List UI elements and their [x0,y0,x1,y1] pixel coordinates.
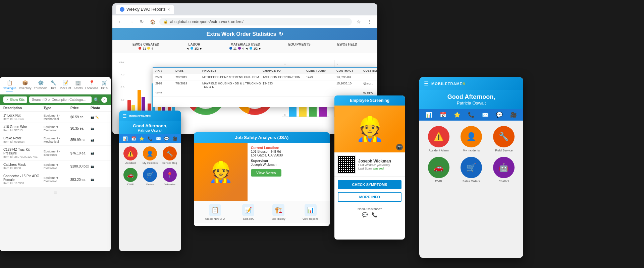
tab-label: Weekly EWO Reports [126,7,165,12]
chat-nav-icon[interactable]: 💬 [164,136,169,141]
search-button[interactable]: 🔍 [94,97,99,103]
item-id: Item Id: 001tran [3,140,44,143]
nav-pos[interactable]: 🛒 PO's [101,80,108,91]
chart-nav-large-icon[interactable]: 📊 [426,112,432,118]
app-deliveries-small[interactable]: 📍 Deliveries [162,168,178,186]
phone-assist-icon[interactable]: 📞 [372,212,377,217]
refresh-icon[interactable]: ↻ [279,31,283,37]
dot-darkblue [229,47,232,50]
jsa-view-reports[interactable]: 📊 View Reports [303,204,318,220]
app-dvir-small[interactable]: 🚗 DVIR [122,168,139,186]
phone-nav-large-icon[interactable]: 📞 [468,112,475,118]
table-row[interactable]: 2928 7/9/2019 MAYFIELD HOUSING - DD & L … [153,80,377,90]
cell-email: @srg... [363,82,377,88]
list-item[interactable]: Connector - 15 Pin ADO FemaleItem Id: 11… [0,172,111,187]
menu-icon: ≡ [54,190,57,196]
jsa-site-history[interactable]: 🏗️ Site History [272,204,285,220]
item-type: Equipment - Electronic [44,163,70,170]
nav-locations[interactable]: 📍 Locations [85,80,98,91]
nav-assets[interactable]: 🏢 Assets [73,80,83,91]
reload-button[interactable]: ↻ [138,18,146,26]
mf-large-nav: 📊 📅 ⭐ 📞 ✉️ 💬 🎥 [419,109,523,121]
hamburger-icon[interactable]: ☰ [122,113,127,119]
stat-ewos-held: EWOs HELD [337,43,357,50]
app-dvir-large[interactable]: 🚗 DVIR [425,157,452,183]
table-row[interactable]: 2599 7/9/2019 MERCEDES BENZ STEVENS CRK-… [153,74,377,80]
chat-assist-icon[interactable]: 💬 [362,212,368,217]
clear-search-button[interactable]: ✕ [101,97,107,103]
chart-nav-icon[interactable]: 📊 [123,136,128,141]
nav-inventory[interactable]: 📦 Inventory [19,80,31,91]
item-photo-button[interactable]: 📷 [91,178,107,181]
star-nav-icon[interactable]: ⭐ [139,136,144,141]
forward-button[interactable]: → [127,18,135,26]
picklist-icon: 📝 [62,80,69,86]
sales-orders-label: Sales Orders [463,180,480,183]
es-camera-icon[interactable]: 📷 [396,144,403,150]
dot-blue2 [250,47,252,50]
view-reports-icon: 📊 [305,204,317,216]
email-nav-large-icon[interactable]: ✉️ [482,112,489,118]
phone-nav-icon[interactable]: 📞 [148,136,153,141]
app-incidents-small[interactable]: 👤 My Incidents [142,146,158,164]
list-item[interactable]: C12974Z Trac-Kit-PressureItem Id: 350730… [0,146,111,161]
app-sales-orders[interactable]: 🛒 Sales Orders [457,157,485,183]
mobile-right: ☰ MOBILEFRAME® Good Afternoon, Patricia … [419,77,523,258]
hamburger-large-icon[interactable]: ☰ [424,80,429,87]
nav-threshold[interactable]: ⚙️ Threshold [34,80,47,91]
list-item[interactable]: Catchers MaskItem Id: 8888 Equipment - E… [0,161,111,172]
edit-jha-label: Edit JHA [243,217,254,220]
show-kits-button[interactable]: ✓ Show Kits [3,96,27,103]
video-nav-large-icon[interactable]: 🎥 [510,112,517,118]
more-info-button[interactable]: MORE INFO [338,192,401,202]
stat-label-4: EQUIPMENTS [288,43,310,46]
nav-picklist[interactable]: 📝 Pick List [60,80,71,91]
jsa-edit[interactable]: 📝 Edit JHA [242,204,254,220]
chat-nav-large-icon[interactable]: 💬 [496,112,503,118]
nav-kits[interactable]: 🔧 Kits [50,80,57,91]
item-photo-button[interactable]: 📷 [91,151,107,155]
app-orders-small[interactable]: 🛒 Orders [142,168,158,186]
item-photo-button[interactable]: 📷 [91,127,107,130]
view-notes-button[interactable]: View Notes [251,169,281,177]
accident-icon: ⚠️ [123,146,138,160]
catalogue-list: 1" Lock NutItem Id: 113137 Equipment - M… [0,112,111,199]
cell-client-job [306,91,336,95]
deliveries-icon: 📍 [163,168,177,182]
cell-ar: 1702 [155,91,175,95]
app-field-service[interactable]: 🔧 Field Service [490,126,518,152]
email-nav-icon[interactable]: ✉️ [156,136,161,141]
jsa-create-new[interactable]: 📋 Create New JHA [205,204,225,220]
mf-logo-small: MOBILEFRAME® [129,115,151,118]
app-chatbot[interactable]: 🤖 Chatbot [490,157,518,183]
app-accident-small[interactable]: ⚠️ Accident [122,146,139,164]
stat-labor: LABOR ◄ 1/2 ► [186,43,203,50]
app-accident-alarm[interactable]: ⚠️ Accident Alarm [425,126,452,152]
app-my-incidents[interactable]: 👤 My Incidents [457,126,485,152]
menu-button[interactable]: ⋮ [365,18,373,26]
browser-tab[interactable]: Weekly EWO Reports ✕ [116,5,174,14]
address-bar[interactable]: 🔒 abcglobal.com/reports/extra-work-order… [159,18,352,25]
tab-close-button[interactable]: ✕ [167,8,170,11]
jsa-worker-image: 👷 [194,143,248,201]
check-symptoms-button[interactable]: CHECK SYMPTOMS [338,180,401,189]
bookmark-button[interactable]: ☆ [355,18,363,26]
list-item[interactable]: 1" Lock NutItem Id: 113137 Equipment - M… [0,112,111,123]
nav-assets-label: Assets [73,86,83,90]
app-servicereq-small[interactable]: 🔧 Service Req [162,146,178,164]
item-photo-button[interactable]: 📷 [91,138,107,142]
list-item[interactable]: Brake RotorItem Id: 001tran Equipment - … [0,134,111,146]
calendar-nav-large-icon[interactable]: 📅 [440,112,446,118]
star-nav-large-icon[interactable]: ⭐ [454,112,461,118]
home-button[interactable]: 🏠 [149,18,157,26]
catalogue-search-input[interactable] [29,96,92,103]
item-name: Catchers Mask [3,163,44,166]
item-photo-button[interactable]: 📷 ✏️ [91,116,107,119]
nav-catalogue[interactable]: 📋 Catalogue [3,80,16,91]
calendar-nav-icon[interactable]: 📅 [131,136,136,141]
list-item[interactable]: #16 Green WireItem Id: 57013 Equipment -… [0,123,111,134]
back-button[interactable]: ← [116,18,124,26]
video-nav-icon[interactable]: 🎥 [172,136,177,141]
item-photo-button[interactable]: 📷 [91,165,107,168]
item-price: $0.35 ea [70,127,91,130]
